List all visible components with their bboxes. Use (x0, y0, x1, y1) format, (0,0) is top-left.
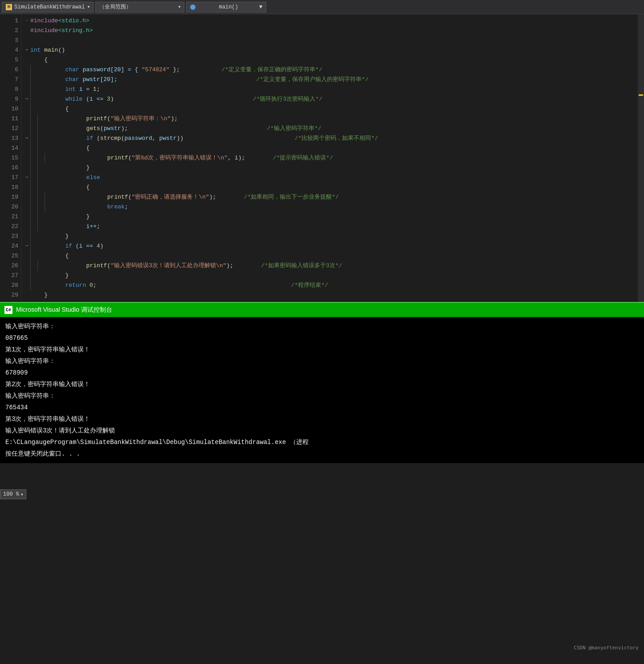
line-number: 3 (4, 36, 18, 45)
list-item: 输入密码字符串： (5, 390, 639, 402)
indent-guide (37, 163, 45, 173)
table-row: printf("输入密码错误3次！请到人工处办理解锁\n"); /*如果密码输入… (21, 261, 638, 271)
code-token: /*程序结束*/ (97, 281, 328, 290)
code-token: ) (100, 241, 103, 251)
indent-guide (37, 153, 45, 163)
list-item: 第3次，密码字符串输入错误！ (5, 413, 639, 425)
fold-marker[interactable]: − (23, 241, 30, 251)
indent-guide (30, 114, 37, 124)
indent-guide (30, 212, 37, 222)
table-row: printf("输入密码字符串：\n"); (21, 114, 638, 124)
console-body: 输入密码字符串：087665第1次，密码字符串输入错误！输入密码字符串：6789… (0, 317, 644, 463)
code-token: else (45, 173, 100, 183)
code-token: 0 (90, 281, 93, 290)
code-token: ( (100, 124, 104, 134)
code-token: } (45, 212, 90, 222)
code-token: /*循环执行3次密码输入*/ (114, 94, 322, 104)
fold-marker[interactable]: − (23, 16, 30, 26)
indent-guide (30, 222, 37, 232)
code-token: password, pwstr (124, 134, 176, 143)
indent-guide (30, 85, 37, 94)
indent-guide (30, 271, 37, 281)
code-token: main (44, 45, 58, 55)
indent-guide (30, 261, 37, 271)
scope-label: （全局范围） (99, 3, 131, 11)
code-token: i = (79, 85, 93, 94)
line-number: 22 (4, 222, 18, 232)
code-token: ); (171, 114, 178, 124)
indent-guide (30, 232, 37, 241)
indent-guide (30, 65, 37, 75)
code-token: "第%d次，密码字符串输入错误！\n" (131, 153, 228, 163)
code-token: int (30, 45, 44, 55)
indent-guide (30, 94, 37, 104)
line-number: 7 (4, 75, 18, 85)
table-row: −int main() (21, 45, 638, 55)
scrollbar[interactable] (638, 14, 644, 302)
fold-marker[interactable]: − (23, 94, 30, 104)
line-number: 18 (4, 183, 18, 192)
indent-guide (45, 202, 52, 212)
code-token: while (37, 94, 82, 104)
scope-selector[interactable]: （全局范围） ▼ (95, 2, 184, 12)
console-title: Microsoft Visual Studio 调试控制台 (16, 306, 112, 314)
code-token: <stdio.h> (58, 16, 89, 26)
indent-guide (30, 192, 37, 202)
fold-marker[interactable]: − (23, 134, 30, 143)
code-token: ( (93, 134, 100, 143)
table-row: i++; (21, 222, 638, 232)
list-item: 按任意键关闭此窗口. . . (5, 448, 639, 460)
func-label: main() (219, 4, 238, 10)
code-token: } (30, 290, 48, 300)
code-token: ; (93, 281, 97, 290)
line-number: 27 (4, 271, 18, 281)
table-row: { (21, 104, 638, 114)
table-row: − while (i <= 3) /*循环执行3次密码输入*/ (21, 94, 638, 104)
table-row: −#include<stdio.h> (21, 16, 638, 26)
code-token: if (45, 134, 93, 143)
watermark: CSDN @manyoftenvictory (574, 645, 639, 651)
line-number: 2 (4, 26, 18, 36)
code-token: /*定义变量，保存用户输入的密码字符串*/ (117, 75, 368, 85)
list-item: 输入密码错误3次！请到人工处办理解锁 (5, 425, 639, 436)
zoom-control[interactable]: 100 % ▼ (0, 489, 26, 499)
indent-guide (30, 163, 37, 173)
table-row: } (21, 212, 638, 222)
indent-guide (37, 212, 45, 222)
code-token: "输入密码错误3次！请到人工处办理解锁\n" (110, 261, 226, 271)
code-lines[interactable]: −#include<stdio.h> #include<string.h> −i… (21, 14, 638, 302)
table-row: − if (strcmp(password, pwstr)) /*比较两个密码，… (21, 134, 638, 143)
code-token: "密码正确，请选择服务！\n" (131, 192, 209, 202)
code-token: ; (97, 85, 100, 94)
code-token: } (37, 232, 69, 241)
indent-guide (37, 261, 45, 271)
table-row: { (21, 55, 638, 65)
code-token: printf( (52, 153, 131, 163)
func-caret: ▼ (259, 4, 262, 10)
list-item: 765434 (5, 402, 639, 413)
fold-marker[interactable]: − (23, 173, 30, 183)
indent-guide (30, 202, 37, 212)
list-item: 第1次，密码字符串输入错误！ (5, 344, 639, 355)
table-row: #include<string.h> (21, 26, 638, 36)
code-token: printf( (45, 261, 110, 271)
code-token: /*定义变量，保存正确的密码字符串*/ (180, 65, 322, 75)
code-token: break (52, 202, 125, 212)
list-item: E:\CLangaugeProgram\SimulateBankWithdraw… (5, 436, 639, 448)
indent-guide (37, 222, 45, 232)
table-row: break; (21, 202, 638, 212)
project-selector[interactable]: ⊞ SimulateBankWithdrawal ▼ (2, 2, 94, 12)
function-icon (190, 4, 196, 10)
table-row: char password[20] = { "574824" }; /*定义变量… (21, 65, 638, 75)
code-token: /*如果密码输入错误多于3次*/ (233, 261, 342, 271)
line-number: 13 (4, 134, 18, 143)
console-header: C# Microsoft Visual Studio 调试控制台 (0, 303, 644, 317)
line-number: 17 (4, 173, 18, 183)
fold-marker[interactable]: − (23, 45, 30, 55)
code-token: printf( (52, 192, 131, 202)
table-row (21, 36, 638, 45)
function-selector[interactable]: main() ▼ (186, 2, 266, 12)
code-token: /*如果相同，输出下一步业务提醒*/ (216, 192, 339, 202)
code-token: { (30, 55, 48, 65)
code-token: password[20] = { (82, 65, 142, 75)
